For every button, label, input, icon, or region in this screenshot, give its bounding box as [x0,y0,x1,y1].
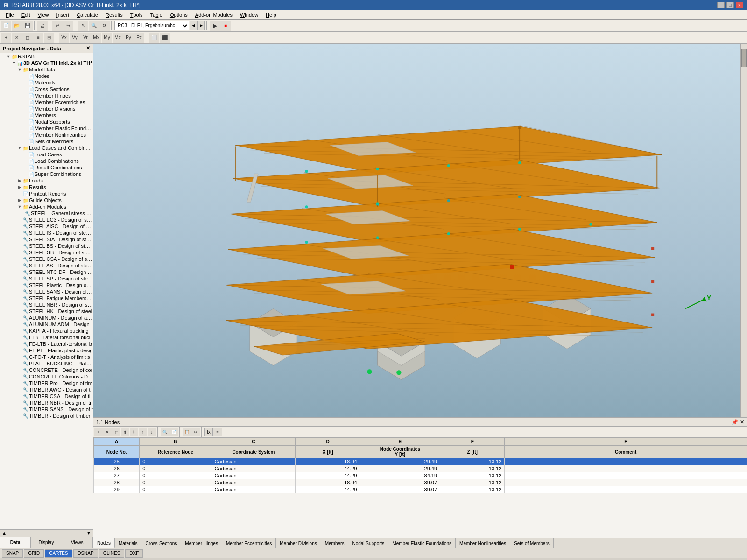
addon-timber-awc[interactable]: 🔧 TIMBER AWC - Design of t [0,386,93,393]
addon-steel-gen[interactable]: 🔧 STEEL - General stress analy [0,210,93,217]
tree-lcomb[interactable]: 📄 Load Combinations [0,158,93,164]
addon-steel-fatigue[interactable]: 🔧 STEEL Fatigue Members - F [0,295,93,301]
toggle-addon[interactable]: ▼ [17,204,22,209]
bp-tb-6[interactable]: ↑ [139,428,147,436]
addon-steel-is[interactable]: 🔧 STEEL IS - Design of steel m [0,230,93,236]
tab-sets-of-members[interactable]: Sets of Members [510,538,554,548]
tab-member-nonlinear[interactable]: Member Nonlinearities [456,538,510,548]
menu-window[interactable]: Window [236,10,262,20]
menu-table[interactable]: Table [147,10,166,20]
bp-tb-1[interactable]: + [94,428,103,436]
tree-project[interactable]: ▼ 📊 3D ASV Gr TH inkl. 2x kl TH* [0,60,93,66]
stop-button[interactable]: ■ [220,21,231,31]
sidebar-tab-data[interactable]: Data [0,537,31,548]
addon-concrete[interactable]: 🔧 CONCRETE - Design of cor [0,367,93,373]
addon-timber-csa[interactable]: 🔧 TIMBER CSA - Design of ti [0,393,93,399]
tab-members[interactable]: Members [321,538,349,548]
addon-feltb[interactable]: 🔧 FE-LTB - Lateral-torsional b [0,341,93,347]
addon-timber-sans[interactable]: 🔧 TIMBER SANS - Design of t [0,406,93,413]
bp-pin-icon[interactable]: 📌 [732,419,738,425]
tb2-8[interactable]: Vr [80,33,91,43]
addon-steel-ntcdf[interactable]: 🔧 STEEL NTC-DF - Design of s [0,269,93,275]
toggle-results[interactable]: ▶ [17,185,22,189]
toggle-rstab[interactable]: ▼ [6,54,11,59]
close-button[interactable]: ✕ [736,2,743,8]
addon-steel-nbr[interactable]: 🔧 STEEL NBR - Design of stee [0,301,93,308]
addon-concrete-col[interactable]: 🔧 CONCRETE Columns - Des [0,373,93,380]
grid-button[interactable]: GRID [24,549,44,558]
tree-loads[interactable]: ▶ 📁 Loads [0,177,93,184]
addon-steel-sp[interactable]: 🔧 STEEL SP - Design of steel r [0,275,93,282]
toggle-project[interactable]: ▼ [11,61,17,65]
menu-help[interactable]: Help [262,10,280,20]
dxf-button[interactable]: DXF [125,549,143,558]
tree-materials[interactable]: 📄 Materials [0,79,93,86]
viewport[interactable]: Y [93,44,747,417]
title-bar-controls[interactable]: _ □ ✕ [717,2,743,8]
tab-nodal-supports[interactable]: Nodal Supports [348,538,388,548]
tab-member-elastic[interactable]: Member Elastic Foundations [388,538,456,548]
addon-steel-ec3[interactable]: 🔧 STEEL EC3 - Design of steel [0,217,93,223]
addon-steel-hk[interactable]: 🔧 STEEL HK - Design of steel [0,308,93,315]
new-button[interactable]: 📄 [1,21,11,31]
bp-tb-3[interactable]: ◻ [112,428,120,436]
menu-addon[interactable]: Add-on Modules [191,10,236,20]
tree-model-data[interactable]: ▼ 📁 Model Data [0,66,93,73]
tree-mnl[interactable]: 📄 Member Nonlinearities [0,132,93,138]
maximize-button[interactable]: □ [726,2,734,8]
combo-prev[interactable]: ◀ [190,21,197,30]
tree-crosssec[interactable]: 📄 Cross-Sections [0,86,93,92]
tb2-4[interactable]: ≡ [33,33,43,43]
bp-tb-12[interactable]: ≡ [213,428,222,436]
tab-member-eccentricities[interactable]: Member Eccentricities [222,538,276,548]
tb2-1[interactable]: + [1,33,11,43]
tree-nodes[interactable]: 📄 Nodes [0,73,93,79]
bp-close-icon[interactable]: ✕ [740,419,744,425]
bp-tb-5[interactable]: ⬇ [130,428,138,436]
addon-timber[interactable]: 🔧 TIMBER - Design of timber [0,413,93,419]
sidebar-close[interactable]: ✕ [86,45,90,51]
addon-ctot[interactable]: 🔧 C-TO-T - Analysis of limit s [0,354,93,360]
addon-steel-sia[interactable]: 🔧 STEEL SIA - Design of steel [0,236,93,243]
scroll-up-btn[interactable]: ▲ [2,531,7,536]
menu-tools[interactable]: Tools [127,10,147,20]
menu-file[interactable]: File [2,10,18,20]
tree-members[interactable]: 📄 Members [0,112,93,119]
tree-results[interactable]: ▶ 📁 Results [0,184,93,190]
tab-nodes[interactable]: Nodes [93,538,115,548]
menu-calculate[interactable]: Calculate [73,10,102,20]
addon-ltb[interactable]: 🔧 LTB - Lateral-torsional bucl [0,334,93,341]
addon-aluminum-adm[interactable]: 🔧 ALUMINUM ADM - Design [0,321,93,328]
minimize-button[interactable]: _ [717,2,725,8]
sidebar-tab-views[interactable]: Views [62,537,93,548]
table-row[interactable]: 26 0 Cartesian 44.29 -29.49 13.12 [94,465,747,472]
toggle-model[interactable]: ▼ [17,67,22,72]
tree-mef[interactable]: 📄 Member Elastic Foundation [0,125,93,132]
tree-rcomb[interactable]: 📄 Result Combinations [0,164,93,171]
tree-lc[interactable]: 📄 Load Cases [0,151,93,158]
tree-mecc[interactable]: 📄 Member Eccentricities [0,99,93,105]
osnap-button[interactable]: OSNAP [73,549,98,558]
addon-steel-aisc[interactable]: 🔧 STEEL AISC - Design of stee [0,223,93,230]
bp-tb-4[interactable]: ⬆ [121,428,129,436]
tb2-2[interactable]: ✕ [12,33,22,43]
tab-materials[interactable]: Materials [115,538,142,548]
bp-tb-2[interactable]: ✕ [103,428,112,436]
undo-button[interactable]: ↩ [52,21,63,31]
addon-steel-gb[interactable]: 🔧 STEEL GB - Design of steel r [0,249,93,256]
tree-loadcases-folder[interactable]: ▼ 📁 Load Cases and Combinations [0,145,93,151]
addon-steel-sans[interactable]: 🔧 STEEL SANS - Design of ste [0,288,93,295]
tree-rstab[interactable]: ▼ 📁 RSTAB [0,53,93,60]
tb2-11[interactable]: Mz [113,33,123,43]
table-row[interactable]: 27 0 Cartesian 44.29 -84.19 13.12 [94,472,747,479]
tb2-15[interactable]: ⬛ [160,33,170,43]
tab-member-hinges[interactable]: Member Hinges [181,538,222,548]
toggle-guide[interactable]: ▶ [17,198,22,203]
bp-tb-7[interactable]: ↓ [148,428,156,436]
tb2-9[interactable]: Mx [91,33,101,43]
addon-aluminum[interactable]: 🔧 ALUMINUM - Design of alum [0,315,93,321]
tree-addon[interactable]: ▼ 📁 Add-on Modules [0,203,93,210]
fx-button[interactable]: fx [204,428,213,436]
tb2-14[interactable]: ⬜ [149,33,159,43]
result-combo[interactable]: RC3 - DLF1, Ergebnisumhc [114,21,189,30]
